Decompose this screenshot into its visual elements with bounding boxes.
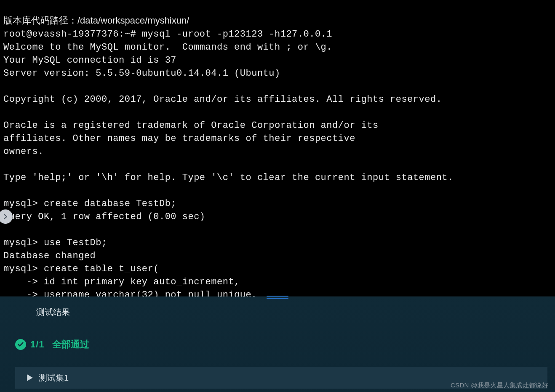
terminal-line: Type 'help;' or '\h' for help. Type '\c'…	[3, 172, 454, 183]
terminal-line: Your MySQL connection id is 37	[3, 55, 176, 66]
terminal-line: Welcome to the MySQL monitor. Commands e…	[3, 42, 332, 53]
terminal-line: Copyright (c) 2000, 2017, Oracle and/or …	[3, 94, 442, 105]
tab-test-results[interactable]: 测试结果	[35, 304, 71, 324]
terminal-line: Oracle is a registered trademark of Orac…	[3, 120, 379, 131]
terminal-line: Database changed	[3, 251, 96, 261]
pass-label: 全部通过	[52, 338, 89, 351]
panel-resize-handle[interactable]	[0, 293, 555, 301]
check-circle-icon	[15, 339, 26, 350]
result-summary: 1/1 全部通过	[0, 324, 555, 351]
results-panel: 测试结果 1/1 全部通过 测试集1 CSDN @我是火星人集成灶都说好	[0, 297, 555, 392]
terminal-line: mysql> use TestDb;	[3, 238, 107, 248]
watermark: CSDN @我是火星人集成灶都说好	[451, 381, 548, 389]
terminal-line: Server version: 5.5.59-0ubuntu0.14.04.1 …	[3, 68, 280, 79]
play-icon	[27, 374, 33, 381]
testset-label: 测试集1	[39, 372, 69, 384]
tab-bar: 测试结果	[0, 297, 555, 324]
resize-handle-icon	[267, 295, 288, 299]
terminal-line: affiliates. Other names may be trademark…	[3, 133, 355, 144]
terminal-line: root@evassh-19377376:~# mysql -uroot -p1…	[3, 29, 332, 40]
terminal-line: -> id int primary key auto_increment,	[3, 277, 240, 287]
tab-label: 测试结果	[36, 307, 70, 317]
pass-count: 1/1	[30, 339, 45, 350]
terminal-line: 版本库代码路径：/data/workspace/myshixun/	[3, 16, 189, 26]
terminal-line: Query OK, 1 row affected (0.00 sec)	[3, 212, 205, 222]
terminal-output[interactable]: 版本库代码路径：/data/workspace/myshixun/ root@e…	[0, 0, 555, 302]
terminal-line: mysql> create database TestDb;	[3, 199, 176, 209]
chevron-right-icon	[2, 213, 9, 220]
terminal-line: mysql> create table t_user(	[3, 264, 159, 274]
terminal-line: owners.	[3, 146, 44, 157]
